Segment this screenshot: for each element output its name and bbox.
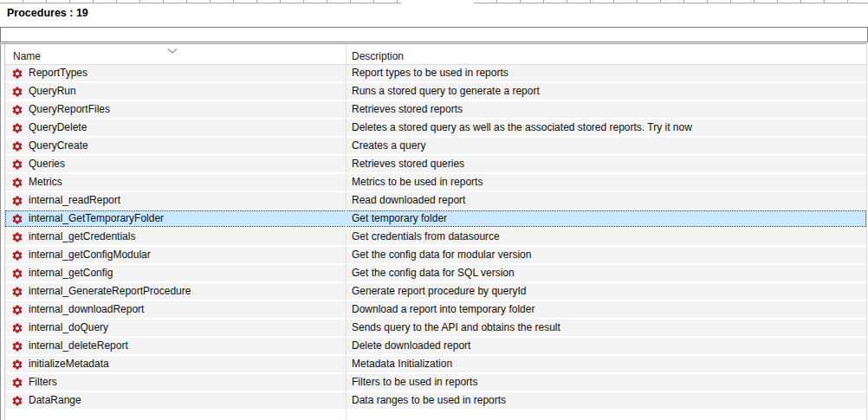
- chevron-down-icon: [166, 45, 178, 52]
- table-row[interactable]: internal_getCredentials Get credentials …: [5, 229, 866, 245]
- procedure-name-cell: QueryRun: [5, 83, 346, 100]
- procedure-description: Metrics to be used in reports: [346, 174, 866, 191]
- procedure-name-cell: internal_deleteReport: [5, 338, 346, 354]
- gear-icon: [11, 304, 23, 316]
- table-row[interactable]: DataRange Data ranges to be used in repo…: [5, 392, 866, 409]
- table-row[interactable]: QueryCreate Creates a query: [5, 138, 866, 154]
- table-row[interactable]: internal_GenerateReportProcedure Generat…: [5, 283, 866, 300]
- gear-icon: [11, 359, 23, 371]
- procedure-name: QueryDelete: [29, 120, 87, 136]
- panel-title: Procedures : 19: [7, 7, 88, 19]
- grid-ticks-right: [474, 0, 868, 3]
- table-row[interactable]: internal_deleteReport Delete downloaded …: [5, 338, 866, 354]
- table-row[interactable]: internal_getConfigModular Get the config…: [5, 247, 866, 263]
- table-row[interactable]: initializeMetadata Metadata Initializati…: [5, 356, 866, 372]
- procedure-description: Get the config data for modular version: [346, 247, 866, 263]
- procedure-name: QueryReportFiles: [29, 101, 110, 118]
- table-row[interactable]: QueryDelete Deletes a stored query as we…: [5, 120, 866, 136]
- procedure-name: internal_getConfigModular: [29, 247, 151, 263]
- procedure-name-cell: internal_readReport: [5, 192, 346, 209]
- gear-icon: [11, 140, 23, 152]
- procedure-name: internal_getConfig: [29, 265, 113, 281]
- procedure-description: Creates a query: [346, 138, 866, 154]
- procedure-description: Deletes a stored query as well as the as…: [346, 120, 866, 136]
- table-row[interactable]: QueryReportFiles Retrieves stored report…: [5, 101, 866, 118]
- procedure-name: Queries: [29, 156, 65, 172]
- gear-icon: [11, 268, 23, 280]
- gear-icon: [11, 395, 23, 407]
- table-inner: Name Description ReportTypes Report type…: [4, 44, 866, 420]
- procedure-name: ReportTypes: [29, 65, 87, 81]
- gear-icon: [11, 158, 23, 171]
- table-row[interactable]: internal_downloadReport Download a repor…: [5, 301, 866, 318]
- gear-icon: [11, 286, 23, 298]
- procedure-name: internal_getCredentials: [29, 229, 135, 245]
- gear-icon: [11, 213, 23, 225]
- procedure-name: internal_downloadReport: [29, 301, 144, 318]
- column-resize-handle[interactable]: [346, 44, 347, 420]
- gear-icon: [11, 249, 23, 262]
- gear-icon: [11, 104, 23, 116]
- grid-ticks-left: [0, 0, 401, 3]
- procedure-description: Retrieves stored reports: [346, 101, 866, 118]
- procedure-name-cell: internal_GetTemporaryFolder: [5, 210, 346, 227]
- gear-icon: [11, 231, 23, 243]
- procedure-name-cell: internal_GenerateReportProcedure: [5, 283, 346, 300]
- procedure-description: Data ranges to be used in reports: [346, 392, 866, 409]
- table-row[interactable]: Filters Filters to be used in reports: [5, 374, 866, 391]
- procedure-description: Download a report into temporary folder: [346, 301, 866, 318]
- procedure-name: DataRange: [29, 392, 81, 409]
- procedure-name: QueryRun: [29, 83, 76, 100]
- procedure-name-cell: QueryDelete: [5, 120, 346, 136]
- procedures-panel: Procedures : 19 Name Description: [0, 0, 868, 420]
- procedure-name-cell: Metrics: [5, 174, 346, 191]
- gear-icon: [11, 322, 23, 334]
- gear-icon: [11, 195, 23, 207]
- gear-icon: [11, 340, 23, 352]
- table-row[interactable]: Queries Retrieves stored queries: [5, 156, 866, 172]
- table-row[interactable]: internal_getConfig Get the config data f…: [5, 265, 866, 281]
- table-row[interactable]: ReportTypes Report types to be used in r…: [5, 65, 866, 81]
- procedure-description: Filters to be used in reports: [346, 374, 866, 391]
- procedure-description: Runs a stored query to generate a report: [346, 83, 866, 100]
- procedure-description: Report types to be used in reports: [346, 65, 866, 81]
- column-header-name[interactable]: Name: [5, 44, 346, 64]
- gear-icon: [11, 377, 23, 389]
- table-header: Name Description: [5, 44, 866, 65]
- procedure-description: Generate report procedure by queryId: [346, 283, 866, 300]
- procedure-description: Retrieves stored queries: [346, 156, 866, 172]
- table-row[interactable]: internal_doQuery Sends query to the API …: [5, 320, 866, 336]
- top-edge-artifact: [0, 0, 868, 3]
- procedure-description: Metadata Initialization: [346, 356, 866, 372]
- procedure-name-cell: internal_getConfig: [5, 265, 346, 281]
- procedure-name-cell: internal_downloadReport: [5, 301, 346, 318]
- procedure-name-cell: internal_getConfigModular: [5, 247, 346, 263]
- table-row[interactable]: internal_readReport Read downloaded repo…: [5, 192, 866, 209]
- procedure-name: internal_readReport: [29, 192, 120, 209]
- column-header-description-label: Description: [352, 50, 404, 62]
- table-row[interactable]: Metrics Metrics to be used in reports: [5, 174, 866, 191]
- procedure-description: Read downloaded report: [346, 192, 866, 209]
- grid-ticks-gap: [401, 0, 474, 3]
- column-header-description[interactable]: Description: [346, 44, 866, 64]
- filter-input[interactable]: [0, 27, 868, 42]
- procedure-description: Delete downloaded report: [346, 338, 866, 354]
- table-row[interactable]: internal_GetTemporaryFolder Get temporar…: [5, 210, 866, 227]
- table-row[interactable]: QueryRun Runs a stored query to generate…: [5, 83, 866, 100]
- procedure-name-cell: ReportTypes: [5, 65, 346, 81]
- gear-icon: [11, 68, 23, 80]
- procedure-description: Get the config data for SQL version: [346, 265, 866, 281]
- procedures-table: Name Description ReportTypes Report type…: [0, 43, 867, 420]
- procedure-name-cell: Queries: [5, 156, 346, 172]
- procedure-name: internal_deleteReport: [29, 338, 128, 354]
- procedure-name-cell: initializeMetadata: [5, 356, 346, 372]
- procedure-name-cell: Filters: [5, 374, 346, 391]
- procedure-name: initializeMetadata: [29, 356, 109, 372]
- column-header-name-label: Name: [13, 50, 41, 62]
- procedure-name-cell: DataRange: [5, 392, 346, 409]
- procedure-name: Filters: [29, 374, 57, 391]
- table-body: ReportTypes Report types to be used in r…: [5, 65, 866, 409]
- procedure-name: QueryCreate: [29, 138, 88, 154]
- gear-icon: [11, 177, 23, 189]
- procedure-name-cell: internal_doQuery: [5, 320, 346, 336]
